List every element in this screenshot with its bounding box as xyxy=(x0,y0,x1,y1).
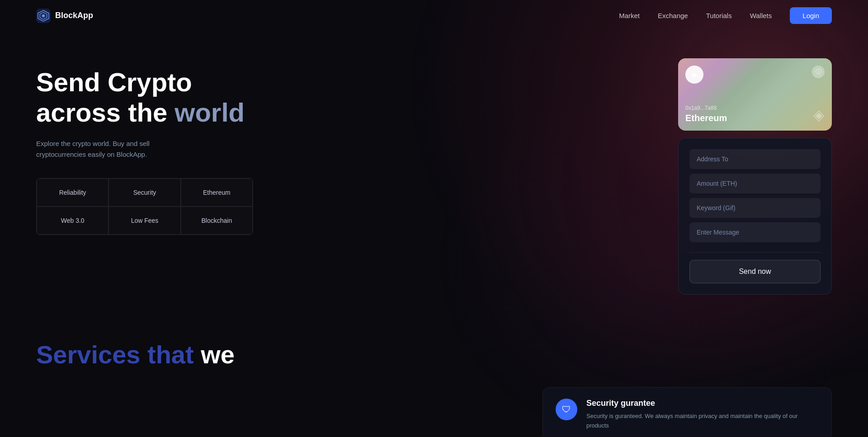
wallet-address: 0x1a9...7a88 xyxy=(685,105,727,111)
send-form: Send now xyxy=(678,138,832,295)
eth-symbol: ◈ xyxy=(691,70,698,80)
eth-icon: ◈ xyxy=(685,66,703,84)
crypto-card: ◈ ⓘ 0x1a9...7a88 Ethereum ◈ xyxy=(678,58,832,131)
feature-lowfees: Low Fees xyxy=(108,207,180,235)
feature-security: Security xyxy=(108,179,180,207)
feature-grid: Reliability Security Ethereum Web 3.0 Lo… xyxy=(36,178,253,235)
login-button[interactable]: Login xyxy=(790,7,832,24)
card-top: ◈ ⓘ xyxy=(685,66,825,84)
currency-name: Ethereum xyxy=(685,113,727,123)
card-wallet-info: 0x1a9...7a88 Ethereum xyxy=(685,105,727,123)
nav-market[interactable]: Market xyxy=(619,12,640,19)
logo-icon xyxy=(36,9,51,23)
card-watermark: ◈ xyxy=(813,106,825,123)
send-now-button[interactable]: Send now xyxy=(689,260,821,283)
bottom-section: Services that we 🛡 Security gurantee Sec… xyxy=(0,313,868,437)
nav-exchange[interactable]: Exchange xyxy=(658,12,688,19)
services-title-white: we xyxy=(201,340,235,369)
shield-icon: 🛡 xyxy=(556,399,577,420)
feature-reliability: Reliability xyxy=(37,179,108,207)
main-content: Send Crypto across the world Explore the… xyxy=(0,31,868,313)
feature-ethereum: Ethereum xyxy=(181,179,253,207)
hero-title: Send Crypto across the world xyxy=(36,67,298,127)
right-section: ◈ ⓘ 0x1a9...7a88 Ethereum ◈ Send xyxy=(678,58,832,295)
left-section: Send Crypto across the world Explore the… xyxy=(36,58,298,235)
logo-text: BlockApp xyxy=(55,11,93,20)
message-input[interactable] xyxy=(689,222,821,242)
hero-title-line1: Send Crypto xyxy=(36,67,192,97)
shield-symbol: 🛡 xyxy=(562,404,571,415)
amount-input[interactable] xyxy=(689,174,821,193)
form-divider xyxy=(689,252,821,253)
keyword-input[interactable] xyxy=(689,198,821,218)
hero-description: Explore the crypto world. Buy and sell c… xyxy=(36,138,181,160)
services-title-blue: Services that xyxy=(36,340,194,369)
security-card-title: Security gurantee xyxy=(586,399,819,408)
security-card-description: Security is guranteed. We always maintai… xyxy=(586,412,819,431)
hero-title-line2-light: world xyxy=(175,98,245,127)
card-bottom: 0x1a9...7a88 Ethereum ◈ xyxy=(685,105,825,123)
security-card-text: Security gurantee Security is guranteed.… xyxy=(586,399,819,431)
services-title: Services that we xyxy=(36,340,832,369)
navbar: BlockApp Market Exchange Tutorials Walle… xyxy=(0,0,868,31)
security-card: 🛡 Security gurantee Security is gurantee… xyxy=(542,387,832,437)
nav-links: Market Exchange Tutorials Wallets Login xyxy=(619,7,832,24)
svg-point-3 xyxy=(42,14,45,17)
feature-blockchain: Blockchain xyxy=(181,207,253,235)
info-icon[interactable]: ⓘ xyxy=(812,66,825,78)
nav-wallets[interactable]: Wallets xyxy=(750,12,772,19)
card-content: ◈ ⓘ 0x1a9...7a88 Ethereum ◈ xyxy=(678,58,832,131)
feature-web3: Web 3.0 xyxy=(37,207,108,235)
nav-tutorials[interactable]: Tutorials xyxy=(706,12,732,19)
address-to-input[interactable] xyxy=(689,149,821,169)
hero-title-line2-normal: across the xyxy=(36,98,167,127)
logo: BlockApp xyxy=(36,9,93,23)
